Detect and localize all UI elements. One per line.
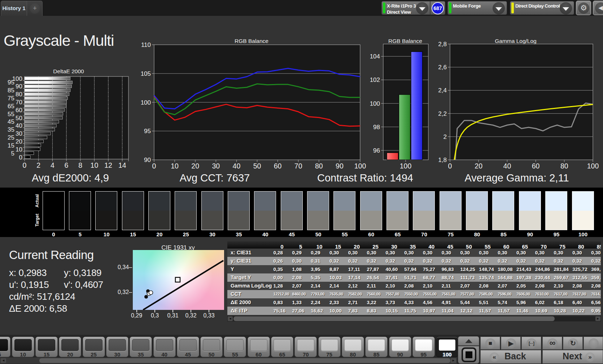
svg-text:80: 80: [16, 91, 22, 98]
svg-text:10: 10: [16, 146, 22, 153]
svg-text:80: 80: [560, 162, 568, 170]
svg-text:25: 25: [8, 134, 14, 141]
svg-text:12: 12: [104, 161, 112, 169]
svg-text:40: 40: [16, 122, 22, 129]
svg-text:30: 30: [16, 130, 22, 137]
svg-text:2,4: 2,4: [438, 87, 447, 94]
svg-text:2,6: 2,6: [438, 64, 447, 71]
svg-text:100: 100: [141, 99, 151, 106]
svg-text:0: 0: [448, 162, 452, 170]
svg-text:100: 100: [587, 162, 599, 170]
svg-text:98: 98: [373, 124, 380, 131]
svg-text:1,8: 1,8: [438, 157, 447, 163]
svg-text:35: 35: [8, 126, 14, 133]
svg-text:60: 60: [532, 162, 540, 170]
svg-text:0: 0: [152, 162, 156, 170]
svg-text:100: 100: [12, 75, 22, 82]
svg-text:14: 14: [118, 161, 126, 169]
svg-text:10: 10: [91, 161, 99, 169]
svg-text:85: 85: [8, 87, 14, 94]
svg-text:2: 2: [36, 161, 40, 169]
svg-text:5: 5: [11, 150, 14, 157]
svg-text:55: 55: [8, 111, 14, 118]
svg-text:20: 20: [191, 162, 199, 170]
svg-text:2,2: 2,2: [438, 110, 447, 117]
svg-text:90: 90: [144, 157, 151, 163]
svg-text:50: 50: [253, 162, 261, 170]
svg-text:DeltaE 2000: DeltaE 2000: [53, 68, 84, 74]
svg-text:6: 6: [65, 161, 69, 169]
svg-text:75: 75: [8, 95, 14, 102]
svg-text:80: 80: [315, 162, 323, 170]
svg-text:20: 20: [16, 138, 22, 145]
svg-text:60: 60: [16, 107, 22, 114]
svg-text:100: 100: [400, 162, 412, 170]
svg-text:90: 90: [336, 162, 344, 170]
svg-text:104: 104: [370, 53, 380, 60]
svg-text:96: 96: [373, 147, 380, 154]
svg-text:60: 60: [274, 162, 282, 170]
svg-text:100: 100: [370, 100, 380, 107]
svg-text:90: 90: [16, 83, 22, 90]
svg-text:65: 65: [8, 103, 14, 110]
svg-text:40: 40: [503, 162, 511, 170]
svg-text:10: 10: [171, 162, 179, 170]
svg-text:0: 0: [23, 161, 27, 169]
svg-text:4: 4: [51, 161, 54, 169]
svg-text:0: 0: [19, 154, 22, 161]
svg-text:RGB Balance: RGB Balance: [388, 38, 422, 44]
svg-text:70: 70: [294, 162, 302, 170]
svg-text:100: 100: [354, 162, 366, 170]
svg-text:2: 2: [443, 133, 447, 140]
svg-text:8: 8: [78, 161, 82, 169]
svg-text:95: 95: [144, 128, 151, 135]
svg-text:45: 45: [8, 118, 14, 125]
svg-text:15: 15: [8, 142, 14, 149]
svg-text:2,8: 2,8: [438, 41, 447, 48]
svg-text:70: 70: [16, 99, 22, 106]
svg-text:20: 20: [475, 162, 482, 170]
svg-text:40: 40: [233, 162, 241, 170]
svg-text:105: 105: [141, 70, 151, 77]
svg-text:102: 102: [370, 76, 380, 83]
svg-text:RGB Balance: RGB Balance: [235, 38, 268, 44]
svg-text:Gamma Log/Log: Gamma Log/Log: [495, 38, 536, 44]
svg-text:30: 30: [212, 162, 220, 170]
svg-text:50: 50: [16, 115, 22, 122]
svg-text:110: 110: [141, 41, 151, 48]
